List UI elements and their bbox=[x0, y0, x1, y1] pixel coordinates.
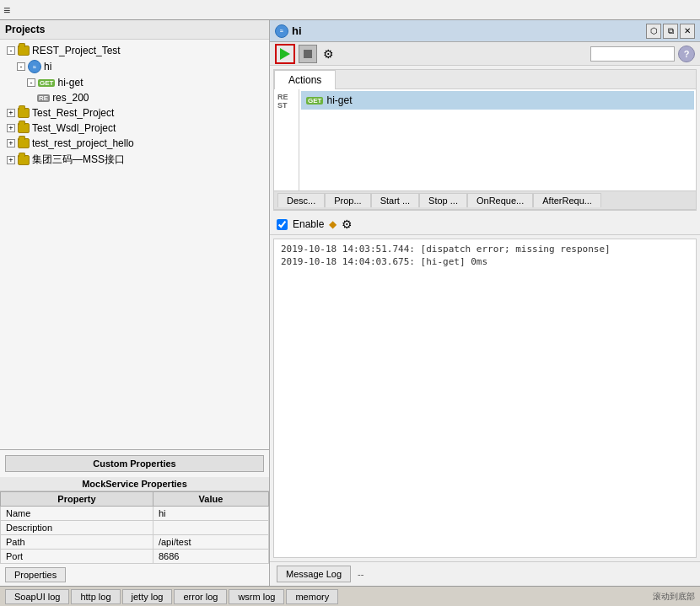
log-line-2: 2019-10-18 14:04:03.675: [hi-get] 0ms bbox=[281, 255, 689, 268]
prop-row-path: Path /api/test bbox=[1, 535, 269, 550]
bottom-tabs-row: Desc... Prop... Start ... Stop ... OnReq… bbox=[274, 190, 696, 210]
prop-row-name: Name hi bbox=[1, 507, 269, 521]
folder-icon-test-rest bbox=[18, 108, 30, 118]
help-button[interactable]: ? bbox=[678, 46, 695, 62]
expand-test-wsdl[interactable]: + bbox=[7, 124, 15, 132]
mock-service-header: MockService Properties bbox=[0, 477, 269, 491]
actions-tab[interactable]: Actions bbox=[274, 70, 336, 89]
status-tab-memory[interactable]: memory bbox=[286, 589, 338, 604]
enable-row: Enable ◆ ⚙ bbox=[270, 214, 700, 235]
tree-item-res-200[interactable]: RE res_200 bbox=[0, 90, 269, 105]
action-item-label: hi-get bbox=[326, 94, 352, 106]
expand-jituan[interactable]: + bbox=[7, 156, 15, 164]
tab-prop[interactable]: Prop... bbox=[325, 193, 370, 207]
prop-path-label: Path bbox=[1, 535, 153, 550]
tree-item-hello[interactable]: + test_rest_project_hello bbox=[0, 136, 269, 151]
expand-hello[interactable]: + bbox=[7, 139, 15, 147]
menu-icon[interactable]: ≡ bbox=[3, 3, 10, 17]
actions-area: Actions RE ST GET hi-get bbox=[273, 69, 697, 211]
float-button[interactable]: ⧉ bbox=[663, 24, 678, 39]
stop-icon bbox=[304, 50, 312, 58]
prop-row-port: Port 8686 bbox=[1, 550, 269, 564]
tree-label-rest-project: REST_Project_Test bbox=[32, 45, 121, 56]
expand-hi-get[interactable]: - bbox=[27, 78, 35, 87]
menubar: ≡ bbox=[0, 0, 700, 20]
expand-hi[interactable]: - bbox=[17, 62, 25, 71]
folder-icon bbox=[18, 46, 30, 56]
tree-item-hi-service[interactable]: - ≈ hi bbox=[0, 58, 269, 75]
status-right-text: 滚动到底部 bbox=[653, 591, 695, 603]
properties-button-row: Properties bbox=[0, 564, 269, 586]
prop-name-value: hi bbox=[153, 507, 268, 521]
custom-properties-panel: Custom Properties MockService Properties… bbox=[0, 449, 269, 586]
undock-button[interactable]: ⬡ bbox=[646, 24, 661, 39]
play-icon bbox=[280, 48, 290, 60]
tree-label-jituan: 集团三码—MSS接口 bbox=[32, 153, 125, 167]
prop-desc-label: Description bbox=[1, 521, 153, 535]
right-titlebar: ≈ hi ⬡ ⧉ ✕ bbox=[270, 20, 700, 42]
right-title-left: ≈ hi bbox=[275, 24, 302, 38]
status-tab-http[interactable]: http log bbox=[71, 589, 120, 604]
right-title-text: hi bbox=[292, 24, 302, 37]
properties-button[interactable]: Properties bbox=[5, 567, 66, 582]
expand-test-rest[interactable]: + bbox=[7, 109, 15, 117]
tree-item-hi-get[interactable]: - GET hi-get bbox=[0, 75, 269, 90]
status-tab-jetty[interactable]: jetty log bbox=[122, 589, 173, 604]
get-badge-hi-get: GET bbox=[38, 79, 55, 87]
tree-item-test-rest[interactable]: + Test_Rest_Project bbox=[0, 105, 269, 121]
prop-path-value: /api/test bbox=[153, 535, 268, 550]
settings-button[interactable]: ⚙ bbox=[320, 46, 336, 62]
custom-properties-header: Custom Properties bbox=[5, 455, 264, 472]
tree-label-hi-get: hi-get bbox=[57, 77, 83, 88]
tree-label-hi: hi bbox=[44, 61, 51, 72]
enable-label: Enable bbox=[293, 218, 324, 230]
tab-stop[interactable]: Stop ... bbox=[419, 193, 467, 207]
action-get-badge: GET bbox=[306, 97, 323, 105]
status-bar: SoapUI log http log jetty log error log … bbox=[0, 586, 700, 606]
title-service-icon: ≈ bbox=[275, 24, 288, 38]
right-title-controls: ⬡ ⧉ ✕ bbox=[646, 24, 695, 39]
tab-start[interactable]: Start ... bbox=[371, 193, 419, 207]
main-container: Projects - REST_Project_Test - ≈ hi - GE… bbox=[0, 20, 700, 586]
diamond-icon: ◆ bbox=[329, 218, 337, 230]
right-panel: ≈ hi ⬡ ⧉ ✕ ⚙ ? Action bbox=[270, 20, 700, 586]
close-button[interactable]: ✕ bbox=[680, 24, 695, 39]
status-tab-error[interactable]: error log bbox=[174, 589, 227, 604]
search-input[interactable] bbox=[590, 46, 675, 62]
stop-button[interactable] bbox=[299, 45, 317, 63]
dash-text: -- bbox=[354, 569, 367, 579]
expand-rest-project[interactable]: - bbox=[7, 46, 15, 55]
action-item-hi-get[interactable]: GET hi-get bbox=[301, 91, 694, 110]
status-tab-wsrm[interactable]: wsrm log bbox=[229, 589, 284, 604]
status-tab-soapui[interactable]: SoapUI log bbox=[5, 589, 69, 604]
tree-label-test-rest: Test_Rest_Project bbox=[32, 107, 114, 119]
tab-desc[interactable]: Desc... bbox=[277, 193, 325, 207]
folder-icon-hello bbox=[18, 138, 30, 148]
enable-gear-icon[interactable]: ⚙ bbox=[342, 217, 353, 231]
tree-item-rest-project[interactable]: - REST_Project_Test bbox=[0, 43, 269, 58]
prop-port-value: 8686 bbox=[153, 550, 268, 564]
rest-label: RE ST bbox=[274, 89, 299, 190]
tree-item-jituan[interactable]: + 集团三码—MSS接口 bbox=[0, 151, 269, 169]
prop-port-label: Port bbox=[1, 550, 153, 564]
message-log-area: Message Log -- bbox=[270, 561, 700, 586]
tree-item-test-wsdl[interactable]: + Test_Wsdl_Project bbox=[0, 121, 269, 136]
log-area: 2019-10-18 14:03:51.744: [dispatch error… bbox=[273, 239, 697, 558]
tab-onreque[interactable]: OnReque... bbox=[467, 193, 533, 207]
message-log-button[interactable]: Message Log bbox=[277, 566, 351, 582]
enable-checkbox[interactable] bbox=[277, 219, 288, 230]
right-panel-inner: Actions RE ST GET hi-get bbox=[270, 66, 700, 586]
tab-afterrequ[interactable]: AfterRequ... bbox=[533, 193, 601, 207]
tree-label-res-200: res_200 bbox=[52, 92, 89, 104]
prop-desc-value bbox=[153, 521, 268, 535]
folder-icon-jituan bbox=[18, 155, 30, 165]
prop-name-label: Name bbox=[1, 507, 153, 521]
tree-label-test-wsdl: Test_Wsdl_Project bbox=[32, 122, 116, 134]
play-button[interactable] bbox=[275, 44, 295, 64]
prop-row-description: Description bbox=[1, 521, 269, 535]
left-panel: Projects - REST_Project_Test - ≈ hi - GE… bbox=[0, 20, 270, 586]
hi-service-icon: ≈ bbox=[28, 60, 41, 73]
right-toolbar: ⚙ ? bbox=[270, 42, 700, 66]
actions-content: RE ST GET hi-get bbox=[274, 89, 696, 190]
projects-header: Projects bbox=[0, 20, 269, 40]
